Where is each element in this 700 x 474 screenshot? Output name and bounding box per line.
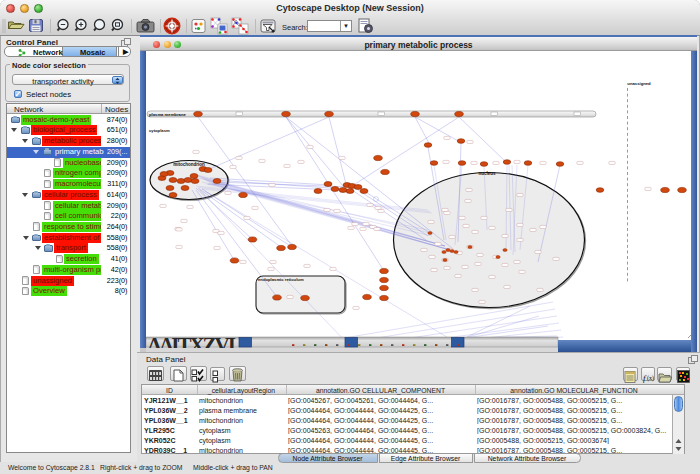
svg-text:nucleus: nucleus: [478, 171, 496, 176]
svg-text:cytoplasm: cytoplasm: [149, 128, 170, 133]
svg-text:mitochondrion: mitochondrion: [173, 162, 205, 167]
svg-text:plasma membrane: plasma membrane: [149, 112, 186, 117]
svg-text:unassigned: unassigned: [627, 81, 651, 86]
svg-text:(x): (x): [647, 375, 654, 382]
